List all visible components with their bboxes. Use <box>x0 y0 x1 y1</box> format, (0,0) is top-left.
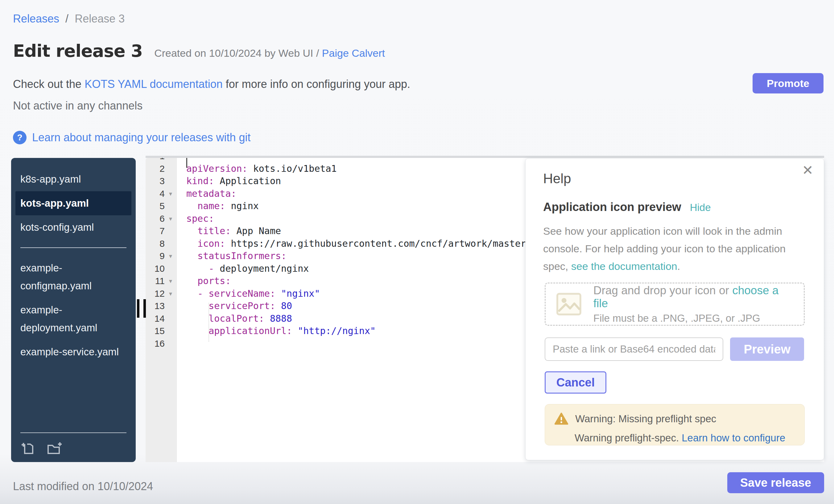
icon-preview-section-header: Application icon preview Hide <box>543 200 804 214</box>
sidebar-footer <box>20 433 127 455</box>
file-item-kots-app.yaml[interactable]: kots-app.yaml <box>16 191 131 215</box>
preview-button[interactable]: Preview <box>730 337 804 361</box>
editor-top-strip <box>146 156 824 158</box>
title-row: Edit release 3 Created on 10/10/2024 by … <box>13 41 385 61</box>
new-file-icon[interactable] <box>20 440 35 455</box>
help-body-text: See how your application icon will look … <box>543 222 793 275</box>
created-info: Created on 10/10/2024 by Web UI / Paige … <box>154 47 385 59</box>
doc-line: Check out the KOTS YAML documentation fo… <box>13 78 410 91</box>
doc-line-suffix: for more info on configuring your app. <box>223 78 410 90</box>
icon-dropzone[interactable]: Drag and drop your icon or choose a file… <box>545 283 805 326</box>
save-release-button[interactable]: Save release <box>727 472 824 493</box>
file-item-example-service.yaml[interactable]: example-service.yaml <box>16 340 131 364</box>
warning-detail-prefix: Warning preflight-spec. <box>575 432 682 443</box>
sidebar-divider <box>20 247 127 248</box>
file-item-example-deployment.yaml[interactable]: example-deployment.yaml <box>16 298 131 340</box>
channel-status: Not active in any channels <box>13 99 142 112</box>
warning-triangle-icon <box>554 412 568 425</box>
see-documentation-link[interactable]: see the documentation <box>571 260 677 272</box>
learn-how-to-configure-link[interactable]: Learn how to configure <box>682 432 785 443</box>
breadcrumb-separator: / <box>65 12 68 25</box>
new-folder-icon[interactable] <box>46 440 62 455</box>
file-item-kots-config.yaml[interactable]: kots-config.yaml <box>16 215 131 239</box>
breadcrumb-current: Release 3 <box>75 12 125 25</box>
dropzone-text: Drag and drop your icon or choose a file… <box>593 284 793 324</box>
created-text: Created on 10/10/2024 by Web UI / <box>154 47 322 59</box>
icon-url-input[interactable] <box>545 337 723 361</box>
last-modified-text: Last modified on 10/10/2024 <box>13 480 153 493</box>
file-item-example-configmap.yaml[interactable]: example-configmap.yaml <box>16 256 131 298</box>
help-title: Help <box>543 171 804 186</box>
doc-line-prefix: Check out the <box>13 78 85 90</box>
icon-url-row: Preview <box>545 337 804 361</box>
dropzone-line1-prefix: Drag and drop your icon or <box>593 284 732 297</box>
close-icon[interactable]: ✕ <box>802 163 813 177</box>
file-sidebar: k8s-app.yamlkots-app.yamlkots-config.yam… <box>11 158 136 462</box>
author-link[interactable]: Paige Calvert <box>322 47 385 59</box>
page: Releases / Release 3 Edit release 3 Crea… <box>0 0 834 504</box>
help-body-suffix: . <box>677 260 680 272</box>
git-help-link[interactable]: Learn about managing your releases with … <box>32 131 250 144</box>
cancel-button[interactable]: Cancel <box>545 371 607 394</box>
hide-link[interactable]: Hide <box>690 202 711 214</box>
breadcrumb: Releases / Release 3 <box>13 12 125 25</box>
dropzone-line2: File must be a .PNG, .JPEG, or .JPG <box>593 312 793 324</box>
file-group-examples: example-configmap.yamlexample-deployment… <box>11 256 136 364</box>
file-group-kots: k8s-app.yamlkots-app.yamlkots-config.yam… <box>11 167 136 239</box>
question-circle-icon: ? <box>13 131 26 144</box>
git-help-row: ? Learn about managing your releases wit… <box>13 131 250 144</box>
sidebar-resize-handle[interactable] <box>137 299 146 318</box>
kots-yaml-doc-link[interactable]: KOTS YAML documentation <box>85 78 223 90</box>
page-title: Edit release 3 <box>13 41 142 61</box>
image-placeholder-icon <box>556 291 582 317</box>
breadcrumb-releases-link[interactable]: Releases <box>13 12 59 25</box>
file-item-k8s-app.yaml[interactable]: k8s-app.yaml <box>16 167 131 191</box>
help-panel: ✕ Help Application icon preview Hide See… <box>525 158 824 460</box>
warning-title: Warning: Missing preflight spec <box>575 413 716 425</box>
promote-button[interactable]: Promote <box>752 73 824 93</box>
preflight-warning-box: Warning: Missing preflight spec Warning … <box>545 404 805 445</box>
section-title: Application icon preview <box>543 200 681 214</box>
warning-detail: Warning preflight-spec. Learn how to con… <box>575 432 795 444</box>
